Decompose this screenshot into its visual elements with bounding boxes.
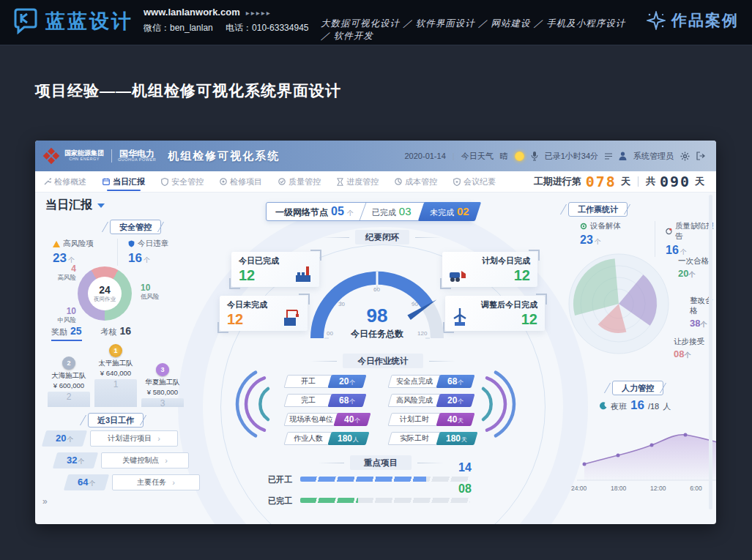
site-logo[interactable]: 蓝蓝设计 bbox=[12, 8, 133, 34]
phone-value: 010-63334945 bbox=[252, 23, 308, 33]
recent-item-main-tasks[interactable]: 64个 主要任务› bbox=[66, 474, 200, 490]
donut-label-high: 4高风险 bbox=[54, 264, 76, 282]
crane-icon bbox=[281, 307, 302, 326]
dashboard-scrollbar[interactable] bbox=[709, 195, 712, 509]
check-badge-icon bbox=[278, 178, 286, 185]
date-display: 2020-01-14 bbox=[405, 152, 446, 160]
site-logo-text: 蓝蓝设计 bbox=[45, 8, 133, 34]
tab-safety[interactable]: 安全管控 bbox=[161, 171, 204, 192]
weather-label: 今日天气 bbox=[461, 151, 494, 162]
tab-overview[interactable]: 检修概述 bbox=[44, 171, 86, 192]
pill-high-risk-done: 高风险完成 20个 bbox=[390, 394, 473, 407]
card-undone-today: 今日未完成 12 bbox=[220, 296, 308, 331]
tab-bar: 检修概述 当日汇报 安全管控 检修项目 质量管控 进度管控 bbox=[35, 171, 716, 192]
night-work-donut-chart: 24 夜间作业 4高风险 10低风险 10中风险 bbox=[50, 264, 189, 325]
site-contact: www.lanlanwork.com▸▸▸▸▸ 微信：ben_lanlan 电话… bbox=[144, 7, 319, 34]
shield-check-icon bbox=[128, 240, 135, 247]
user-icon bbox=[619, 152, 627, 160]
shield-icon bbox=[161, 178, 168, 186]
services-list: 大数据可视化设计 ／ 软件界面设计 ／ 网站建设 ／ 手机及小程序设计 ／ 软件… bbox=[321, 18, 636, 42]
tab-projects[interactable]: 检修项目 bbox=[220, 171, 262, 192]
wechat-label: 微信： bbox=[144, 23, 170, 33]
collapse-chevrons[interactable]: » bbox=[42, 496, 48, 507]
page-title: 项目经验——机组检修可视化系统界面设计 bbox=[35, 81, 341, 101]
pill-actual-hours: 实际工时 180天 bbox=[390, 432, 476, 445]
recent-item-control-points[interactable]: 32个 关键控制点› bbox=[55, 452, 189, 468]
tab-daily-report[interactable]: 当日汇报 bbox=[103, 171, 145, 192]
gauge-label: 今日任务总数 bbox=[311, 328, 443, 340]
wechat-value: ben_lanlan bbox=[170, 23, 213, 33]
chevron-right-icon: › bbox=[172, 478, 175, 487]
work-stats-tag: 今日作业统计 bbox=[343, 354, 423, 368]
pill-planned-hours: 计划工时 40天 bbox=[390, 413, 473, 426]
portfolio-link[interactable]: 作品案例 bbox=[647, 10, 739, 31]
ticket-polar-chart bbox=[564, 249, 674, 359]
bar-started-label: 已开工 bbox=[268, 474, 292, 485]
calendar-icon bbox=[103, 178, 110, 185]
daily-report-dropdown[interactable]: 当日汇报 bbox=[45, 198, 105, 213]
bar-started bbox=[300, 477, 470, 482]
microphone-icon[interactable] bbox=[531, 152, 538, 161]
arc-decoration-left bbox=[230, 364, 275, 444]
hourglass-icon bbox=[337, 178, 343, 186]
arc-decoration-right bbox=[476, 364, 521, 444]
target-icon bbox=[220, 178, 227, 185]
pill-finished: 完工 68个 bbox=[286, 394, 365, 407]
undone-segment: 未完成 02 bbox=[418, 202, 481, 221]
tab-cost[interactable]: 成本管控 bbox=[395, 171, 437, 192]
podium-rank2: 2 大海施工队 ¥ 600,000 2 bbox=[45, 356, 92, 407]
wind-turbine-icon bbox=[451, 307, 469, 326]
lanlan-logo-icon bbox=[12, 8, 40, 34]
arrows-decoration: ▸▸▸▸▸ bbox=[246, 9, 272, 17]
pie-clock-icon bbox=[395, 178, 402, 185]
key-projects-tag: 重点项目 bbox=[350, 455, 412, 470]
brand-guohua-power: 国华电力 GUOHUA POWER bbox=[111, 149, 156, 163]
pill-contractors: 现场承包单位 40个 bbox=[286, 413, 369, 426]
recent-item-planned[interactable]: 20个 计划进行项目› bbox=[44, 430, 178, 447]
tab-reward[interactable]: 奖励25 bbox=[51, 325, 82, 337]
tab-schedule[interactable]: 进度管控 bbox=[337, 171, 379, 192]
gold-medal-icon: 1 bbox=[109, 344, 122, 357]
night-shift-stat: 夜班 16 /18 人 bbox=[599, 398, 671, 413]
logout-icon[interactable] bbox=[696, 152, 706, 160]
sparkle-star-icon bbox=[647, 11, 666, 30]
tab-quality[interactable]: 质量管控 bbox=[278, 171, 321, 192]
pill-started: 开工 20个 bbox=[286, 375, 365, 388]
site-header: 蓝蓝设计 www.lanlanwork.com▸▸▸▸▸ 微信：ben_lanl… bbox=[0, 0, 752, 45]
forklift-icon bbox=[448, 266, 469, 283]
network-node-banner: 一级网络节点 05 个 已完成 03 未完成 02 bbox=[266, 202, 474, 221]
reward-assess-tabs: 奖励25 考核16 bbox=[51, 325, 131, 337]
current-user[interactable]: 系统管理员 bbox=[633, 151, 674, 162]
project-period: 工期进行第 078 天 共 090 天 bbox=[534, 173, 707, 190]
moon-icon bbox=[599, 402, 607, 410]
safety-control-tag: 安全管控 bbox=[110, 220, 161, 234]
violation-stat: 今日违章 16个 bbox=[117, 239, 168, 266]
card-adjusted-today: 调整后今日完成 12 bbox=[445, 296, 545, 331]
bronze-medal-icon: 3 bbox=[156, 363, 169, 376]
silver-medal-icon: 2 bbox=[62, 356, 75, 370]
bar-finished-value: 08 bbox=[458, 482, 472, 496]
donut-ring: 24 夜间作业 bbox=[78, 266, 132, 321]
chevron-down-icon bbox=[97, 204, 105, 208]
tab-minutes[interactable]: 会议纪要 bbox=[453, 171, 496, 192]
record-duration: 已录1小时34分 bbox=[545, 151, 598, 162]
list-icon[interactable] bbox=[605, 153, 612, 160]
pill-safety-points: 安全点完成 68个 bbox=[390, 375, 473, 388]
tab-assess[interactable]: 考核16 bbox=[101, 325, 132, 337]
pill-workers: 作业人数 180人 bbox=[286, 432, 368, 445]
work-ticket-tag: 工作票统计 bbox=[568, 202, 628, 217]
site-url[interactable]: www.lanlanwork.com bbox=[144, 7, 240, 18]
defect-clock-icon bbox=[666, 228, 672, 235]
settings-gear-icon[interactable] bbox=[680, 152, 690, 161]
bar-started-value: 14 bbox=[458, 461, 472, 474]
svg-text:60: 60 bbox=[373, 286, 380, 293]
card-planned-today: 计划今日完成 12 bbox=[442, 252, 537, 287]
bar-finished-label: 已完工 bbox=[268, 496, 292, 507]
podium-rank1: 1 太平施工队 ¥ 640,000 1 bbox=[92, 344, 139, 407]
wrench-icon bbox=[44, 178, 51, 185]
system-title: 机组检修可视化系统 bbox=[168, 149, 280, 163]
radar-label-first-pass: 一次合格 20个 bbox=[678, 256, 709, 280]
period-total-prefix: 共 bbox=[646, 175, 655, 188]
high-risk-stat: 高风险项 23个 bbox=[53, 239, 94, 266]
dashboard: 国家能源集团 CHN ENERGY 国华电力 GUOHUA POWER 机组检修… bbox=[35, 141, 716, 524]
